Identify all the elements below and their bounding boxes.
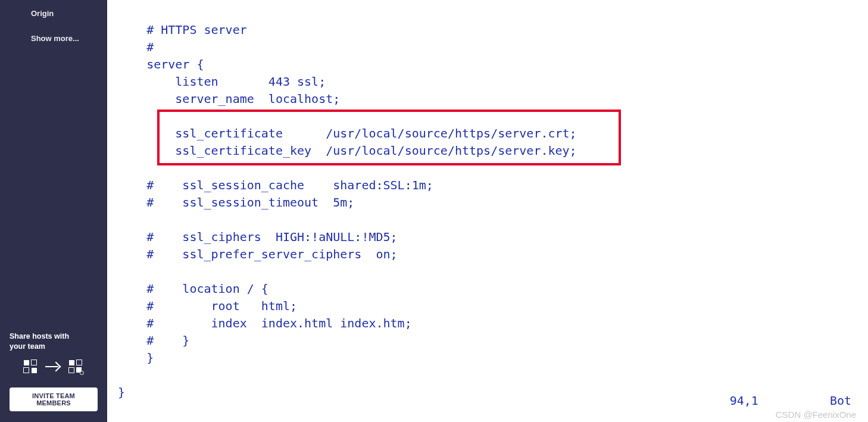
code-line-11: # ssl_session_timeout 5m; [118, 195, 354, 210]
share-icons-row [24, 360, 98, 373]
scroll-position: Bot [830, 393, 851, 408]
code-line-16: # location / { [118, 282, 268, 296]
code-line-20: } [118, 351, 154, 365]
code-line-8: ssl_certificate_key /usr/local/source/ht… [118, 143, 577, 158]
share-text-line2: your team [10, 342, 45, 351]
code-line-10: # ssl_session_cache shared:SSL:1m; [118, 178, 433, 192]
share-hosts-label: Share hosts with your team [10, 332, 98, 352]
watermark-text: CSDN @FeenixOne [776, 410, 856, 420]
code-line-22: } [118, 385, 125, 399]
sidebar-top: Origin Show more... [0, 5, 107, 48]
code-line-17: # root html; [118, 299, 297, 313]
sidebar: Origin Show more... Share hosts with you… [0, 0, 107, 422]
sidebar-item-show-more[interactable]: Show more... [0, 30, 107, 48]
code-line-19: # } [118, 333, 189, 348]
code-line-14: # ssl_prefer_server_ciphers on; [118, 247, 398, 261]
team-grid-icon [69, 360, 82, 373]
sidebar-item-origin[interactable]: Origin [0, 5, 107, 23]
arrow-right-icon [45, 362, 61, 371]
code-line-2: # [118, 40, 154, 54]
code-line-5: server_name localhost; [118, 92, 340, 106]
code-line-18: # index index.html index.htm; [118, 316, 412, 330]
cursor-position: 94,1 [730, 393, 758, 408]
sidebar-bottom: Share hosts with your team INVITE TEAM M… [0, 332, 107, 411]
editor-status-bar: 94,1 Bot [730, 393, 851, 408]
code-line-3: server { [118, 57, 204, 71]
code-line-7: ssl_certificate /usr/local/source/https/… [118, 126, 577, 140]
main-content: # HTTPS server # server { listen 443 ssl… [107, 0, 868, 422]
code-line-13: # ssl_ciphers HIGH:!aNULL:!MD5; [118, 230, 398, 244]
code-line-1: # HTTPS server [118, 23, 247, 37]
code-block: # HTTPS server # server { listen 443 ssl… [107, 0, 868, 401]
code-editor[interactable]: # HTTPS server # server { listen 443 ssl… [107, 0, 868, 422]
host-grid-icon [24, 360, 37, 373]
code-line-4: listen 443 ssl; [118, 74, 326, 89]
invite-team-members-button[interactable]: INVITE TEAM MEMBERS [10, 387, 98, 411]
share-text-line1: Share hosts with [10, 332, 69, 340]
